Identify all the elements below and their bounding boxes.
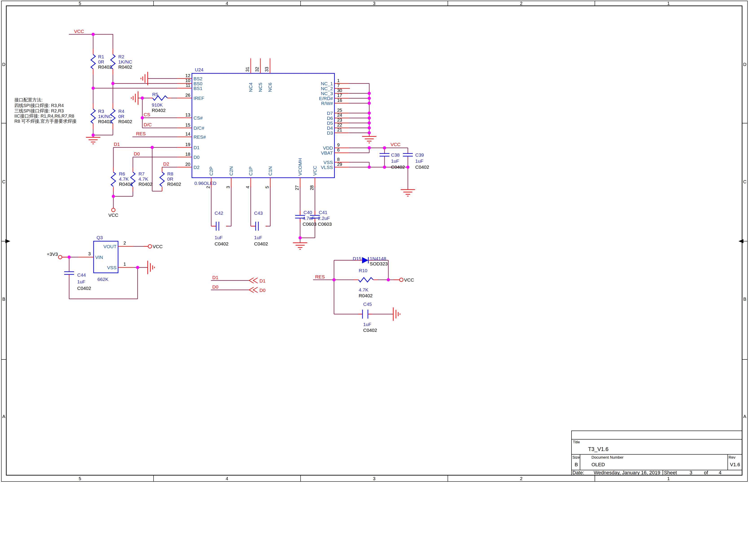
zone-row-right-a: A (743, 414, 746, 419)
pin-name: C1N (268, 166, 273, 176)
pin-name: D1 (194, 145, 200, 150)
pin-name: VCOMH (297, 158, 303, 176)
net-label-d1: D1 (114, 142, 120, 147)
pin-number: 7 (337, 83, 339, 88)
capacitor-c43: C43 1uF C0402 (254, 210, 268, 246)
date-value: Wednesday, January 16, 2019 (594, 470, 660, 475)
value: 4.7K (139, 176, 148, 181)
value: 0R (118, 114, 124, 119)
pin-number: 16 (337, 98, 342, 103)
refdes: R3 (98, 109, 104, 114)
doc-number-value: OLED (591, 462, 605, 467)
pin-name: D6 (327, 116, 333, 121)
footprint: R0402 (139, 181, 152, 187)
interface-config-notes: 接口配置方法: 四线SPI接口焊接: R3,R4 三线SPI接口焊接: R2,R… (14, 97, 76, 124)
net-label-res: RES (315, 274, 325, 279)
pin-name: VDD (323, 146, 333, 150)
doc-number-label: Document Number (591, 455, 624, 460)
pin-name: VLSS (321, 165, 333, 170)
net-label-d0: D0 (212, 284, 218, 289)
footprint: C0402 (215, 241, 229, 246)
schematic-sheet: 5 4 3 2 1 5 4 3 2 1 D C B A D C B A Titl… (0, 0, 756, 534)
pin-name: D4 (327, 125, 333, 131)
resistor-r6: R6 4.7K R0402 (111, 171, 133, 187)
pin-name: D7 (327, 111, 333, 116)
pin-number: 22 (337, 122, 342, 127)
pin-name: NC_3 (321, 91, 333, 96)
value: 4.7K (359, 287, 368, 292)
resistor-r4: R4 0R R0402 (111, 109, 132, 124)
pin-name: NC6 (267, 83, 273, 92)
net-label-res: RES (136, 131, 146, 136)
footprint: R0402 (119, 181, 133, 187)
title-label: Title (573, 440, 580, 444)
component-leads (62, 49, 408, 314)
footprint: C0603 (318, 222, 332, 227)
offpage-label-d1: D1 (259, 278, 265, 283)
pin-number: 2 (205, 186, 210, 188)
note-line: 四线SPI接口焊接: R3,R4 (14, 103, 64, 108)
zone-row-left-a: A (2, 414, 5, 419)
net-label-dc: D/C (144, 122, 152, 127)
refdes: R10 (359, 268, 367, 273)
u24-refdes: U24 (195, 67, 203, 72)
note-line: R8 可不焊接,官方手册要求焊接 (14, 119, 76, 124)
pin-number: 28 (309, 185, 314, 190)
refdes: C39 (415, 152, 424, 157)
refdes: R1 (98, 54, 104, 59)
left-center-arrow (1, 239, 10, 243)
pin-number: 31 (245, 67, 250, 72)
gnd-icon (362, 136, 376, 143)
q3-regulator: Q3 662K VOUT VIN VSS 2 3 1 (78, 235, 133, 282)
refdes: Q3 (96, 235, 103, 240)
value: 2.2uF (318, 216, 330, 221)
size-value: B (575, 462, 578, 467)
pin-number: 17 (337, 93, 342, 98)
zone-col-bottom-1: 1 (667, 476, 670, 481)
net-label-cs: CS (144, 112, 150, 117)
refdes: R7 (139, 171, 145, 176)
diode-d15: D15 1N4148 SOD323 (353, 256, 388, 266)
refdes: R6 (119, 171, 125, 176)
pin-number: 33 (264, 67, 269, 72)
pin-number: 5 (265, 186, 270, 188)
pin-name: IREF (194, 95, 204, 101)
pin-number: 1 (337, 78, 339, 83)
pin-name: C2N (229, 166, 234, 176)
pin-number: 3 (226, 186, 230, 188)
zone-row-right-c: C (743, 179, 746, 184)
note-line: 接口配置方法: (14, 97, 43, 102)
zone-col-top-3: 3 (373, 1, 375, 6)
pin-number: 19 (185, 142, 190, 147)
3v3-port-label: +3V3 (47, 252, 58, 257)
pin-number: 8 (337, 157, 339, 162)
pin-number: 14 (185, 131, 190, 136)
pin-name: D5 (327, 120, 333, 126)
pin-name: VBAT (321, 150, 333, 155)
gnd-icon (86, 137, 100, 144)
value: 662K (97, 277, 108, 282)
vcc-port-label: VCC (153, 244, 163, 249)
refdes: C40 (304, 210, 312, 215)
gnd-icon (131, 91, 138, 105)
pin-number: 24 (337, 113, 342, 118)
pin-number: 4 (245, 186, 250, 188)
value: 1uF (77, 279, 85, 284)
refdes: D15 (353, 256, 362, 261)
pin-number: 6 (337, 147, 339, 152)
value: 1uF (363, 322, 371, 327)
refdes: R2 (118, 54, 124, 59)
refdes: C43 (254, 210, 263, 216)
footprint: C0603 (303, 222, 316, 227)
value: 0R (167, 176, 173, 181)
net-label-vcc: VCC (74, 29, 84, 34)
resistor-r2: R2 1K/NC R0402 (111, 54, 132, 69)
title-value: T3_V1.6 (588, 446, 608, 452)
footprint: R0402 (98, 65, 112, 69)
pin-name: R/W# (321, 101, 333, 106)
zone-col-top-5: 5 (79, 1, 81, 6)
pin-number: 26 (185, 93, 190, 97)
zone-col-bottom-5: 5 (79, 476, 81, 481)
pin-name: VSS (107, 265, 117, 270)
zone-col-bottom-4: 4 (226, 476, 228, 481)
